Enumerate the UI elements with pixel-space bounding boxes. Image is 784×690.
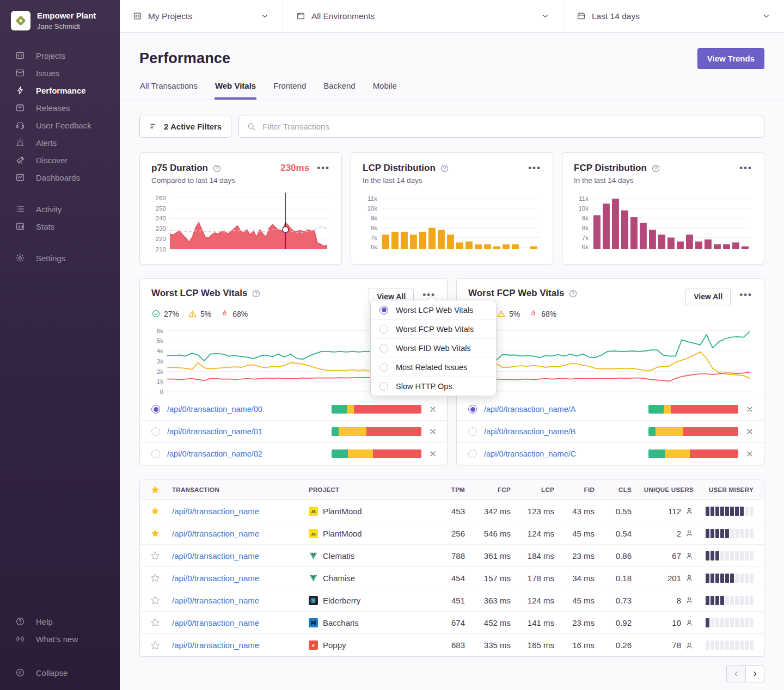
transaction-link[interactable]: /api/0/transaction_name bbox=[172, 596, 309, 605]
project-cell[interactable]: Chamise bbox=[309, 574, 431, 583]
close-icon[interactable] bbox=[428, 405, 437, 414]
tab-mobile[interactable]: Mobile bbox=[372, 80, 397, 100]
close-icon[interactable] bbox=[428, 449, 437, 458]
card-menu-button[interactable]: ••• bbox=[317, 165, 330, 171]
transaction-radio[interactable] bbox=[151, 427, 160, 436]
transaction-radio[interactable] bbox=[468, 449, 477, 458]
sidebar-item-what-s-new[interactable]: What’s new bbox=[0, 630, 120, 648]
sidebar-item-user-feedback[interactable]: User Feedback bbox=[0, 116, 120, 134]
tab-all-transactions[interactable]: All Transactions bbox=[139, 80, 198, 100]
project-cell[interactable]: JSPlantMood bbox=[309, 529, 431, 538]
menu-option-most-related-issues[interactable]: Most Related Issues bbox=[371, 358, 496, 377]
sidebar-nav-secondary: ActivityStats bbox=[0, 200, 120, 235]
tab-backend[interactable]: Backend bbox=[323, 80, 356, 100]
project-cell[interactable]: ePoppy bbox=[309, 640, 431, 650]
project-selector[interactable]: My Projects bbox=[120, 0, 283, 32]
transaction-link[interactable]: /api/0/transaction_name bbox=[172, 529, 309, 538]
tab-frontend[interactable]: Frontend bbox=[273, 80, 307, 100]
org-switcher[interactable]: Empower Plant Jane Schmidt bbox=[0, 11, 120, 47]
sidebar-item-settings[interactable]: Settings bbox=[0, 249, 120, 267]
card-menu-button[interactable]: ••• bbox=[422, 292, 436, 298]
help-icon[interactable] bbox=[568, 289, 578, 298]
transaction-link[interactable]: /api/0/transaction_name bbox=[172, 574, 309, 583]
active-filters-button[interactable]: 2 Active Filters bbox=[139, 115, 231, 138]
star-outline-icon[interactable] bbox=[150, 551, 160, 560]
help-icon[interactable] bbox=[440, 164, 449, 173]
menu-option-worst-fcp-web-vitals[interactable]: Worst FCP Web Vitals bbox=[371, 319, 496, 338]
user-misery-bar bbox=[694, 618, 754, 627]
transaction-link[interactable]: /api/0/transaction_name/A bbox=[484, 405, 641, 414]
sidebar-item-alerts[interactable]: Alerts bbox=[0, 134, 120, 151]
star-filled-icon[interactable] bbox=[150, 506, 160, 516]
star-filled-icon[interactable] bbox=[150, 528, 160, 538]
project-cell[interactable]: Clematis bbox=[309, 551, 431, 560]
transaction-link[interactable]: /api/0/transaction_name bbox=[172, 551, 309, 560]
svg-text:240: 240 bbox=[156, 215, 166, 221]
card-menu-button[interactable]: ••• bbox=[739, 292, 752, 298]
sidebar-item-discover[interactable]: Discover bbox=[0, 151, 120, 169]
card-menu-button[interactable]: ••• bbox=[739, 165, 752, 171]
svg-text:0: 0 bbox=[160, 389, 163, 395]
sidebar-item-help[interactable]: Help bbox=[0, 613, 120, 630]
environment-selector[interactable]: All Environments bbox=[283, 0, 564, 32]
close-icon[interactable] bbox=[745, 449, 754, 458]
transaction-link[interactable]: /api/0/transaction_name/01 bbox=[167, 427, 324, 436]
star-outline-icon[interactable] bbox=[150, 618, 160, 627]
transaction-link[interactable]: /api/0/transaction_name/C bbox=[484, 449, 641, 458]
sidebar-item-dashboards[interactable]: Dashboards bbox=[0, 169, 120, 186]
help-icon[interactable] bbox=[651, 164, 660, 173]
help-icon[interactable] bbox=[252, 289, 261, 298]
close-icon[interactable] bbox=[428, 427, 437, 436]
close-icon[interactable] bbox=[745, 405, 754, 414]
project-cell[interactable]: JSPlantMood bbox=[309, 507, 431, 516]
transaction-link[interactable]: /api/0/transaction_name bbox=[172, 618, 309, 627]
daterange-selector[interactable]: Last 14 days bbox=[564, 0, 784, 32]
help-icon[interactable] bbox=[212, 164, 222, 173]
view-trends-button[interactable]: View Trends bbox=[697, 48, 764, 69]
table-row: /api/0/transaction_nameChamise454157 ms1… bbox=[140, 567, 764, 589]
transactions-table: TRANSACTIONPROJECTTPMFCPLCPFIDCLSUNIQUE … bbox=[139, 479, 764, 657]
sidebar-item-activity[interactable]: Activity bbox=[0, 200, 120, 218]
close-icon[interactable] bbox=[745, 427, 754, 436]
project-cell[interactable]: Elderberry bbox=[309, 596, 431, 605]
sidebar-item-collapse[interactable]: Collapse bbox=[0, 664, 120, 681]
table-row: /api/0/transaction_nameJSPlantMood453342… bbox=[140, 500, 764, 522]
sidebar-item-releases[interactable]: Releases bbox=[0, 99, 120, 116]
lcp-value: 165 ms bbox=[511, 640, 554, 650]
star-outline-icon[interactable] bbox=[150, 595, 160, 605]
view-all-button[interactable]: View All bbox=[685, 288, 731, 305]
menu-option-slow-http-ops[interactable]: Slow HTTP Ops bbox=[371, 377, 496, 396]
card-menu-button[interactable]: ••• bbox=[528, 165, 541, 171]
transaction-radio[interactable] bbox=[151, 405, 160, 414]
search-icon bbox=[247, 122, 256, 131]
menu-option-worst-fid-web-vitals[interactable]: Worst FID Web Vitals bbox=[371, 338, 496, 358]
transaction-link[interactable]: /api/0/transaction_name bbox=[172, 507, 309, 516]
project-cell[interactable]: Baccharis bbox=[309, 618, 431, 627]
tab-web-vitals[interactable]: Web Vitals bbox=[215, 80, 256, 100]
table-row: /api/0/transaction_nameClematis788361 ms… bbox=[140, 545, 764, 567]
transaction-link[interactable]: /api/0/transaction_name/02 bbox=[167, 449, 324, 458]
sidebar-item-projects[interactable]: Projects bbox=[0, 47, 120, 64]
fcp-value: 342 ms bbox=[465, 507, 511, 516]
sidebar-item-performance[interactable]: Performance bbox=[0, 82, 120, 99]
transaction-link[interactable]: /api/0/transaction_name bbox=[172, 640, 309, 650]
menu-option-worst-lcp-web-vitals[interactable]: Worst LCP Web Vitals bbox=[371, 300, 496, 319]
transaction-radio[interactable] bbox=[468, 427, 477, 436]
sidebar-item-stats[interactable]: Stats bbox=[0, 218, 120, 235]
chevron-left-icon bbox=[732, 670, 740, 678]
next-page-button[interactable] bbox=[745, 666, 764, 682]
unique-users-value: 67 bbox=[632, 551, 694, 560]
prev-page-button[interactable] bbox=[726, 666, 745, 682]
chevron-down-icon bbox=[260, 11, 270, 21]
star-filled-icon[interactable] bbox=[150, 485, 160, 495]
transaction-link[interactable]: /api/0/transaction_name/00 bbox=[167, 405, 324, 414]
transaction-link[interactable]: /api/0/transaction_name/B bbox=[484, 427, 641, 436]
star-outline-icon[interactable] bbox=[150, 640, 160, 650]
star-outline-icon[interactable] bbox=[150, 573, 160, 583]
cls-value: 0.26 bbox=[595, 640, 632, 650]
sidebar-item-issues[interactable]: Issues bbox=[0, 64, 120, 82]
collapse-icon bbox=[15, 668, 25, 677]
search-input[interactable] bbox=[261, 121, 756, 132]
transaction-radio[interactable] bbox=[151, 449, 160, 458]
transaction-radio[interactable] bbox=[468, 405, 477, 414]
